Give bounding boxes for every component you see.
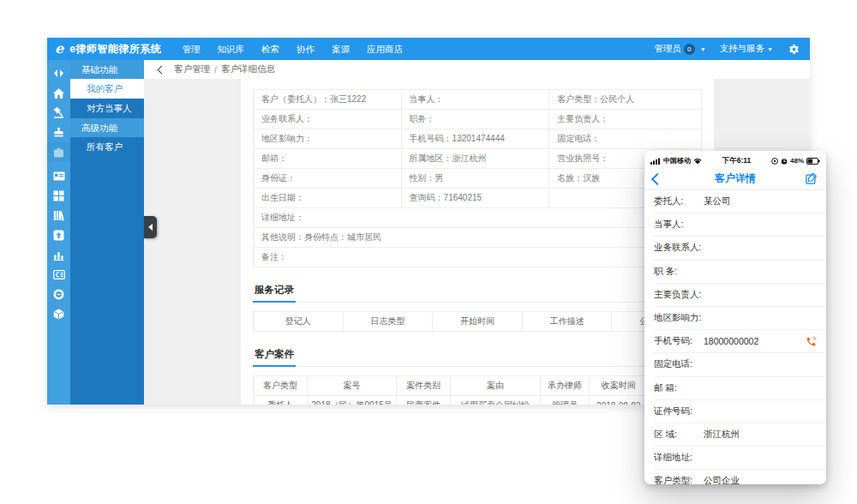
nav-knowledge[interactable]: 知识库: [208, 38, 253, 60]
sidebar-section-advanced: 高级功能: [70, 118, 144, 137]
call-icon[interactable]: [806, 336, 817, 347]
phone-row-address: 详细地址:: [654, 447, 826, 470]
sidebar-item-my-clients[interactable]: 我的客户: [70, 79, 144, 99]
app-title: e律师智能律所系统: [69, 42, 161, 57]
row-value: 浙江杭州: [704, 429, 740, 441]
phone-row-influence: 地区影响力:: [654, 307, 826, 330]
col-lawyer: 承办律师: [540, 376, 590, 396]
phone-status-bar: 中国移动 下午6:11 48%: [644, 151, 826, 168]
row-label: 客户类型:: [654, 475, 704, 484]
circle-icon[interactable]: [47, 285, 70, 304]
cell-lawyer: 管理员: [540, 396, 590, 405]
wifi-icon: [693, 158, 702, 165]
row-label: 手机号码:: [654, 335, 704, 347]
top-nav: 管理 知识库 检索 协作 案源 应用商店: [173, 38, 411, 60]
user-badge: 0: [684, 44, 695, 55]
client-detail-table: 客户（委托人）：张三1222 当事人： 客户类型：公民个人 业务联系人： 职务：…: [253, 89, 702, 267]
cell-case-no[interactable]: 2018（民）第0015号: [307, 396, 397, 405]
home-icon[interactable]: [47, 83, 70, 103]
nav-cases[interactable]: 案源: [323, 38, 358, 60]
row-label: 证件号码:: [654, 405, 704, 417]
user-menu[interactable]: 管理员 0 ▼: [654, 43, 705, 55]
row-label: 区 域:: [654, 429, 704, 441]
field-query-code: 查询码：71640215: [401, 189, 549, 208]
col-cause: 案由: [451, 376, 541, 396]
row-label: 地区影响力:: [654, 312, 704, 324]
collapse-icon[interactable]: [47, 63, 70, 83]
phone-row-mobile: 手机号码: 18000000002: [654, 330, 826, 353]
support-menu[interactable]: 支持与服务 ▼: [720, 43, 773, 55]
support-menu-label: 支持与服务: [720, 43, 765, 55]
row-label: 详细地址:: [654, 452, 704, 464]
col-work-desc: 工作描述: [522, 312, 612, 332]
signal-icon: [650, 158, 661, 165]
field-other-notes: 其他说明：身份特点：城市居民: [254, 228, 702, 248]
row-label: 委托人:: [654, 195, 704, 207]
sidebar-item-opposing-party[interactable]: 对方当事人: [70, 99, 144, 118]
phone-row-region: 区 域: 浙江杭州: [654, 423, 826, 447]
row-value: 公司企业: [704, 475, 740, 484]
chevron-left-icon: [148, 224, 153, 231]
battery-percent: 48%: [790, 157, 804, 165]
briefcase-icon[interactable]: [47, 142, 70, 162]
table-row: 邮箱： 所属地区：浙江杭州 营业执照号：: [254, 149, 702, 169]
row-label: 主要负责人:: [654, 289, 704, 301]
sidebar-item-all-clients[interactable]: 所有客户: [70, 137, 144, 157]
back-icon[interactable]: [158, 65, 166, 74]
table-row: 地区影响力： 手机号码：13201474444 固定电话：: [254, 129, 702, 149]
row-value: 18000000002: [704, 336, 758, 346]
col-case-no: 案号: [307, 376, 397, 396]
field-gender: 性别：男: [401, 169, 549, 189]
nav-manage[interactable]: 管理: [173, 38, 208, 60]
breadcrumb-section[interactable]: 客户管理: [174, 63, 210, 75]
gavel-icon[interactable]: [47, 103, 70, 123]
sidebar-section-basic: 基础功能: [70, 60, 144, 79]
nav-appstore[interactable]: 应用商店: [358, 38, 411, 60]
phone-nav-bar: 客户详情: [644, 168, 826, 190]
phone-page-title: 客户详情: [644, 171, 826, 186]
field-remark: 备注：: [254, 248, 702, 267]
field-party: 当事人：: [401, 90, 549, 110]
cube-icon[interactable]: [47, 304, 70, 324]
phone-row-client: 委托人: 某公司: [654, 190, 826, 213]
service-records-table: 登记人 日志类型 开始时间 工作描述 公开状态: [253, 311, 702, 332]
field-region: 所属地区：浙江杭州: [401, 149, 549, 169]
col-registrant: 登记人: [254, 312, 344, 332]
field-client: 客户（委托人）：张三1222: [254, 90, 402, 110]
phone-row-landline: 固定电话:: [654, 353, 826, 376]
field-mobile: 手机号码：13201474444: [401, 129, 549, 149]
col-case-category: 案件类别: [397, 376, 451, 396]
upload-icon[interactable]: [47, 225, 70, 245]
phone-row-party: 当事人:: [654, 213, 826, 237]
stats-icon[interactable]: [47, 245, 70, 265]
nav-collab[interactable]: 协作: [288, 38, 323, 60]
library-icon[interactable]: [47, 206, 70, 225]
app-logo: e: [55, 42, 63, 56]
section-title: 服务记录: [253, 284, 296, 303]
battery-icon: [806, 158, 820, 165]
apps-icon[interactable]: [47, 186, 70, 206]
idcard-icon[interactable]: [47, 166, 70, 186]
edit-icon[interactable]: [805, 172, 818, 185]
nav-search[interactable]: 检索: [253, 38, 288, 60]
phone-row-client-type: 客户类型: 公司企业: [654, 470, 826, 484]
phone-row-email: 邮 箱:: [654, 377, 826, 400]
col-client-type: 客户类型: [254, 376, 308, 396]
phone-row-contact: 业务联系人:: [654, 237, 826, 260]
chevron-down-icon: ▼: [700, 46, 706, 52]
phone-row-cert-no: 证件号码:: [654, 400, 826, 423]
field-email: 邮箱：: [254, 149, 402, 169]
row-value: 某公司: [704, 195, 731, 207]
sidebar-collapse-handle[interactable]: [144, 216, 157, 238]
status-right: 48%: [771, 157, 820, 165]
stamp-icon[interactable]: [47, 123, 70, 142]
cell-cause: 试用买卖合同纠纷: [451, 396, 541, 405]
field-idcard: 身份证：: [254, 169, 402, 189]
phone-row-principal: 主要负责人:: [654, 284, 826, 307]
gear-icon[interactable]: [788, 44, 800, 55]
doc-icon[interactable]: [47, 265, 70, 285]
field-address: 详细地址：: [254, 208, 702, 228]
carrier-label: 中国移动: [663, 156, 691, 165]
section-title: 客户案件: [253, 348, 296, 367]
field-landline: 固定电话：: [549, 129, 702, 149]
